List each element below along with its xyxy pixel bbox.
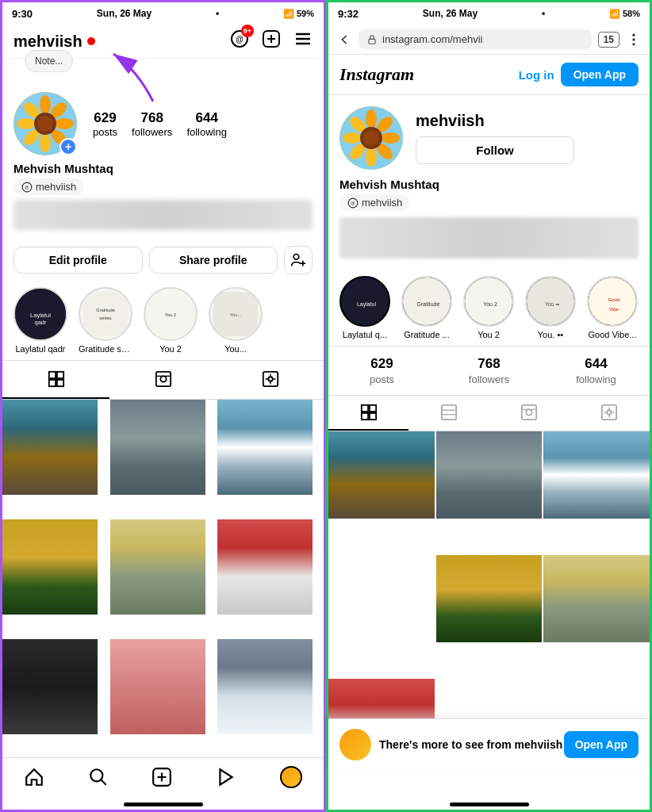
ig-banner: Instagram Log in Open App xyxy=(328,55,650,95)
right-highlight-1[interactable]: Gratitude Gratitude ... xyxy=(401,276,452,339)
svg-rect-38 xyxy=(56,380,63,386)
photo-cell-6[interactable] xyxy=(2,639,98,734)
browser-menu-icon[interactable] xyxy=(626,32,642,48)
following-stat[interactable]: 644 following xyxy=(186,110,227,138)
following-label: following xyxy=(186,126,227,138)
right-highlight-circle-2: You 2 xyxy=(463,276,514,327)
photo-cell-0[interactable] xyxy=(2,400,98,495)
browser-url-bar[interactable]: instagram.com/mehvii xyxy=(359,29,592,49)
highlight-circle-2: You 2 xyxy=(144,287,198,341)
threads-icon-btn[interactable]: @ 9+ xyxy=(230,29,249,53)
date-left: Sun, 26 May xyxy=(97,8,151,19)
threads-handle-left[interactable]: @ mehviish xyxy=(13,178,84,195)
note-bubble[interactable]: Note... xyxy=(25,50,73,72)
tab-reels-left[interactable] xyxy=(109,361,217,399)
right-tab-reels[interactable] xyxy=(489,396,570,431)
photo-cell-3[interactable] xyxy=(2,519,98,615)
nav-reels-btn[interactable] xyxy=(216,767,236,787)
photo-cell-8[interactable] xyxy=(217,639,313,734)
nav-search-btn[interactable] xyxy=(88,767,109,787)
tab-count-badge[interactable]: 15 xyxy=(598,32,619,48)
status-bar-left: 9:30 Sun, 26 May • 📶 59% xyxy=(2,2,324,25)
nav-add-btn[interactable] xyxy=(151,767,172,787)
photo-cell-2[interactable] xyxy=(217,400,313,495)
svg-rect-81 xyxy=(442,405,456,419)
svg-rect-80 xyxy=(370,413,376,419)
highlight-img-0: Laylatul qadr xyxy=(15,287,66,341)
svg-point-14 xyxy=(40,133,51,152)
time-right: 9:32 xyxy=(338,8,359,20)
followers-stat[interactable]: 768 followers xyxy=(132,110,172,138)
back-icon[interactable] xyxy=(336,32,352,48)
open-app-banner-button[interactable]: Open App xyxy=(561,63,639,86)
right-highlight-2[interactable]: You 2 You 2 xyxy=(463,276,514,339)
right-photo-3[interactable] xyxy=(436,555,543,642)
add-icon-btn[interactable] xyxy=(262,29,281,53)
add-to-story-btn[interactable]: + xyxy=(59,138,77,155)
tab-grid-left[interactable] xyxy=(2,361,109,399)
right-hl-label-0: Laylatul q... xyxy=(343,330,387,339)
edit-profile-button[interactable]: Edit profile xyxy=(13,247,143,274)
lock-icon xyxy=(366,34,378,45)
photo-cell-4[interactable] xyxy=(110,519,205,615)
share-profile-button[interactable]: Share profile xyxy=(149,247,278,274)
following-count: 644 xyxy=(195,110,217,126)
right-tabs-row xyxy=(328,396,650,431)
right-photo-0[interactable] xyxy=(328,431,435,519)
svg-text:Laylatul: Laylatul xyxy=(30,312,51,319)
right-profile-section: mehviish Follow Mehvish Mushtaq @ mehvii… xyxy=(328,95,650,270)
right-highlight-3[interactable]: You •• You. •• xyxy=(525,276,576,339)
right-photo-2[interactable] xyxy=(543,431,650,519)
highlight-item-1[interactable]: Gratitude series Gratitude series xyxy=(79,287,132,354)
svg-point-58 xyxy=(366,147,377,167)
right-username: mehviish xyxy=(416,112,485,129)
bottom-banner: There's more to see from mehviish Open A… xyxy=(328,718,650,770)
right-posts-stat[interactable]: 629 posts xyxy=(328,356,435,385)
highlight-item-2[interactable]: You 2 You 2 xyxy=(144,287,198,354)
svg-rect-84 xyxy=(522,405,536,419)
svg-rect-37 xyxy=(48,380,55,386)
right-photo-1[interactable] xyxy=(436,431,543,519)
svg-rect-35 xyxy=(48,372,55,378)
threads-handle-right[interactable]: @ mehviish xyxy=(339,194,410,211)
svg-point-63 xyxy=(363,130,379,146)
followers-count: 768 xyxy=(141,110,163,126)
svg-point-52 xyxy=(632,43,635,45)
photo-cell-1[interactable] xyxy=(110,400,205,495)
signal-icon: 📶 xyxy=(283,9,294,19)
svg-rect-49 xyxy=(369,39,375,44)
right-tab-feed[interactable] xyxy=(408,396,489,431)
search-icon xyxy=(88,767,109,787)
right-profile-name: Mehvish Mushtaq xyxy=(339,178,639,191)
add-person-button[interactable] xyxy=(284,246,313,274)
svg-point-44 xyxy=(90,769,102,781)
menu-icon-btn[interactable] xyxy=(293,29,313,53)
follow-button[interactable]: Follow xyxy=(416,136,574,164)
right-hl-img-0: Laylatul xyxy=(341,278,390,327)
nav-profile-btn[interactable] xyxy=(280,766,302,788)
highlight-item-0[interactable]: Laylatul qadr Laylatul qadr xyxy=(13,287,67,354)
login-button[interactable]: Log in xyxy=(519,63,554,86)
svg-text:series: series xyxy=(99,316,111,320)
right-tab-tagged[interactable] xyxy=(570,396,650,431)
right-highlight-0[interactable]: Laylatul Laylatul q... xyxy=(339,276,390,339)
tab-tagged-left[interactable] xyxy=(217,361,324,399)
open-app-bottom-button[interactable]: Open App xyxy=(564,731,639,758)
right-tab-grid[interactable] xyxy=(328,396,408,431)
right-followers-stat[interactable]: 768 followers xyxy=(435,356,543,385)
posts-stat[interactable]: 629 posts xyxy=(93,110,117,138)
right-hl-img-1: Gratitude xyxy=(403,278,452,327)
signal-icon-right: 📶 xyxy=(609,9,620,19)
bio-blur xyxy=(13,200,313,230)
instagram-logo: Instagram xyxy=(339,64,414,85)
threads-small-icon-right: @ xyxy=(347,197,359,209)
right-hl-img-4: Good Vibe xyxy=(589,278,638,327)
right-following-stat[interactable]: 644 following xyxy=(543,356,650,385)
right-highlight-4[interactable]: Good Vibe Good Vibe... xyxy=(587,276,638,339)
photo-cell-7[interactable] xyxy=(110,639,205,734)
right-photo-4[interactable] xyxy=(543,555,650,642)
highlight-item-3[interactable]: You... You... xyxy=(209,287,263,354)
photo-cell-5[interactable] xyxy=(217,519,313,615)
nav-home-btn[interactable] xyxy=(24,767,44,787)
svg-point-22 xyxy=(293,255,299,260)
